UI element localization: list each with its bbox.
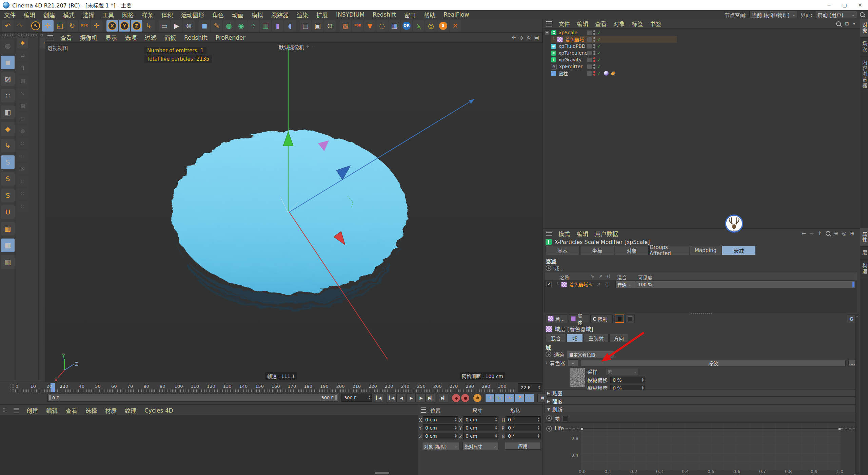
animation-radio-icon[interactable] bbox=[546, 426, 552, 432]
palette-drag-handle[interactable] bbox=[17, 33, 37, 36]
ramp-icon[interactable]: ↗ bbox=[595, 282, 603, 287]
model-mode-icon[interactable]: ◼ bbox=[1, 56, 15, 69]
coord-field-Y-size[interactable]: 0 cm▲▼ bbox=[463, 424, 498, 431]
range-left-handle[interactable] bbox=[49, 395, 51, 400]
menu-item-0[interactable]: 文件 bbox=[0, 11, 20, 19]
materials-menu-item-0[interactable]: 创建 bbox=[22, 406, 42, 415]
object-name[interactable]: 圆柱 bbox=[558, 70, 568, 77]
emitter-tag-icon[interactable] bbox=[611, 71, 616, 76]
key-position-button[interactable]: ✛ bbox=[485, 394, 495, 402]
record-keyframes-button[interactable]: ◆ bbox=[452, 394, 460, 402]
curve-icon[interactable]: ∿ bbox=[589, 274, 596, 279]
object-row-xpTurbulence[interactable]: ≋xpTurbulence✓ bbox=[543, 50, 860, 56]
attr-menu-item-0[interactable]: 模式 bbox=[555, 229, 573, 238]
viewport-pan-icon[interactable]: ✛ bbox=[512, 35, 516, 41]
viewport-menu-item-1[interactable]: 摄像机 bbox=[76, 33, 101, 42]
materials-menu-item-1[interactable]: 编辑 bbox=[42, 406, 62, 415]
free-move-icon[interactable]: ✛ bbox=[91, 20, 102, 32]
key-rotation-button[interactable]: ↻ bbox=[505, 394, 514, 402]
point-mode-icon[interactable]: ∷ bbox=[1, 89, 15, 102]
render-visibility-dot[interactable] bbox=[593, 60, 595, 62]
tab-对象[interactable]: 对象 bbox=[615, 246, 649, 255]
om-menu-item-3[interactable]: 对象 bbox=[610, 19, 628, 28]
materials-list-area[interactable] bbox=[0, 415, 418, 475]
rotate-tool-icon[interactable]: ↻ bbox=[66, 20, 78, 32]
tab-基本[interactable]: 基本 bbox=[546, 246, 579, 255]
minimize-button[interactable]: ─ bbox=[821, 0, 837, 10]
materials-menu-item-2[interactable]: 查看 bbox=[62, 406, 81, 415]
viewport-menu-item-7[interactable]: ProRender bbox=[212, 34, 250, 41]
add-cloner-icon[interactable]: ⁘ bbox=[248, 20, 259, 32]
view-name-label[interactable]: 透视视图 bbox=[47, 44, 68, 51]
lock-workplane-icon[interactable]: ▦ bbox=[1, 239, 15, 252]
lock-y-axis-icon[interactable]: Y bbox=[119, 20, 130, 32]
group-refresh[interactable]: ▼刷新 bbox=[544, 406, 857, 413]
search-icon[interactable] bbox=[860, 12, 865, 17]
attributes-scrollbar[interactable]: ⌃ bbox=[855, 315, 859, 474]
menu-item-3[interactable]: 模式 bbox=[59, 11, 79, 19]
om-menu-item-2[interactable]: 查看 bbox=[592, 19, 610, 28]
menu-item-17[interactable]: Redshift bbox=[369, 11, 400, 18]
make-editable-icon[interactable]: ◍ bbox=[1, 39, 15, 53]
object-row-xpFluidPBD[interactable]: ◉xpFluidPBD✓ bbox=[543, 43, 860, 50]
scale-tool-icon[interactable]: ◰ bbox=[54, 20, 66, 32]
object-row-圆柱[interactable]: 圆柱✓ bbox=[543, 70, 860, 77]
group-map[interactable]: ▶贴图 bbox=[544, 390, 857, 397]
dock-tab-2[interactable]: 内容浏览器 bbox=[860, 56, 868, 92]
editor-visibility-dot[interactable] bbox=[593, 51, 595, 53]
snap-3d-icon[interactable]: S bbox=[1, 172, 15, 186]
axis-mode-icon[interactable]: ↳ bbox=[1, 139, 15, 152]
lock-icon[interactable]: ⊕ bbox=[834, 230, 839, 236]
materials-menu-item-4[interactable]: 材质 bbox=[101, 406, 121, 415]
new-panel-icon[interactable]: ⊞ bbox=[850, 230, 854, 236]
object-row-着色器域[interactable]: └着色器域✓ bbox=[543, 36, 860, 43]
menu-item-9[interactable]: 运动图形 bbox=[177, 11, 208, 19]
dock-tab-0[interactable]: 对象 bbox=[860, 19, 868, 38]
play-button[interactable]: ▶ bbox=[406, 394, 416, 402]
xpresso-icon[interactable]: ▩ bbox=[340, 20, 351, 32]
tab-Groups Affected[interactable]: Groups Affected bbox=[649, 246, 689, 255]
menu-item-20[interactable]: RealFlow bbox=[439, 11, 473, 18]
palette-command-icon-8[interactable]: ∷ bbox=[17, 138, 28, 149]
palette-command-icon-6[interactable]: ◻ bbox=[17, 113, 28, 124]
render-settings-icon[interactable]: ⊛ bbox=[183, 20, 195, 32]
frame-checkbox[interactable] bbox=[563, 416, 568, 421]
live-selection-icon[interactable]: ↖ bbox=[30, 20, 41, 32]
menu-item-7[interactable]: 样条 bbox=[138, 11, 157, 19]
close-button[interactable]: ✕ bbox=[852, 0, 868, 10]
phong-tag-icon[interactable] bbox=[604, 71, 609, 76]
object-name[interactable]: xpTurbulence bbox=[558, 50, 590, 56]
om-menu-item-5[interactable]: 书签 bbox=[647, 19, 665, 28]
editor-visibility-dot[interactable] bbox=[593, 64, 595, 66]
menu-item-13[interactable]: 跟踪器 bbox=[267, 11, 293, 19]
menu-item-10[interactable]: 角色 bbox=[208, 11, 228, 19]
solid-layer-tab[interactable]: 实体 bbox=[569, 315, 589, 323]
timeline-ruler[interactable]: 22 0102030405060708090100110120130140150… bbox=[15, 383, 517, 393]
palette-command-icon-13[interactable]: ∷ bbox=[17, 201, 28, 212]
menu-item-14[interactable]: 渲染 bbox=[293, 11, 312, 19]
coord-field-X-size[interactable]: 0 cm▲▼ bbox=[463, 416, 498, 423]
add-cube-icon[interactable]: ◼ bbox=[199, 20, 210, 32]
invert-clamp-button[interactable] bbox=[625, 315, 635, 323]
ramp-icon[interactable]: ↗ bbox=[597, 274, 604, 279]
palette-command-icon-11[interactable]: ∷ bbox=[17, 176, 28, 187]
viewport-maximize-icon[interactable]: ▣ bbox=[534, 35, 539, 41]
object-name[interactable]: xpFluidPBD bbox=[558, 43, 586, 49]
editor-visibility-dot[interactable] bbox=[593, 37, 595, 39]
menu-item-2[interactable]: 创建 bbox=[39, 11, 59, 19]
target-icon[interactable]: ◎ bbox=[425, 20, 437, 32]
blend-mode-select[interactable]: 普通⌄ bbox=[615, 281, 635, 288]
palette-command-icon-9[interactable]: ∷ bbox=[17, 151, 28, 162]
object-row-xpGravity[interactable]: ↓xpGravity✓ bbox=[543, 56, 860, 63]
history-back-icon[interactable]: ← bbox=[802, 230, 806, 236]
snap-auto-icon[interactable]: S bbox=[1, 189, 15, 202]
enabled-check-icon[interactable]: ✓ bbox=[597, 44, 601, 49]
layer-toggle[interactable] bbox=[587, 30, 592, 35]
splitter-handle[interactable] bbox=[691, 312, 712, 314]
palette-command-icon-10[interactable]: ⊠ bbox=[17, 163, 28, 174]
particles-icon[interactable]: ◌ bbox=[376, 20, 388, 32]
falloff-row[interactable]: ✓ └ 着色器域 ∿ ↗ () 普通⌄ 100 % bbox=[544, 280, 857, 288]
workplane-icon[interactable]: ▦ bbox=[1, 222, 15, 235]
palette-command-icon-2[interactable]: ⇅ bbox=[17, 63, 28, 74]
fluid-disc-object[interactable] bbox=[172, 130, 407, 309]
